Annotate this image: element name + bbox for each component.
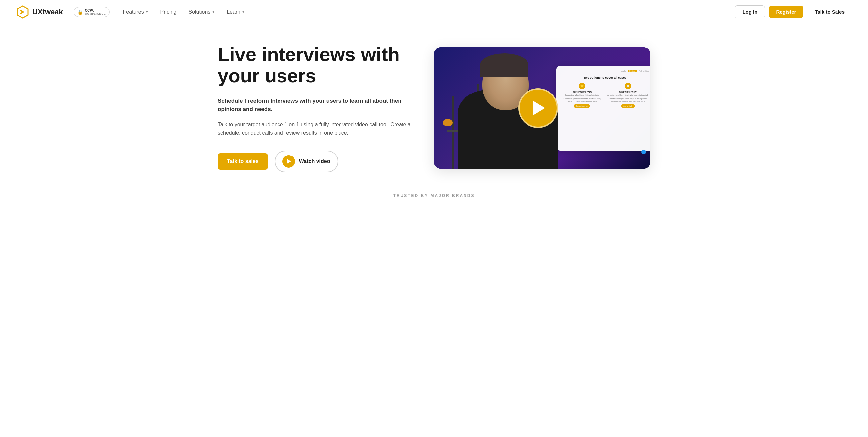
study-icon: 📋 [625,83,631,89]
freeform-label: Freeform Interview [560,91,604,93]
ccpa-badge: 🔒 CCPA COMPLIANCE [73,7,110,17]
ui-panel-col-freeform: ⭐ Freeform Interview Conducting a flexib… [560,83,604,108]
study-label: Study Interview [606,91,650,93]
watch-video-label: Watch video [299,158,330,164]
play-triangle-big-icon [533,101,545,115]
video-play-button[interactable] [518,88,558,128]
hero-left: Live interviews with your users Schedule… [218,44,414,173]
navbar: UXtweak 🔒 CCPA COMPLIANCE Features ▼ Pri… [0,0,868,24]
nav-features[interactable]: Features ▼ [123,9,149,15]
ccpa-label: CCPA [85,9,106,12]
hero-section: Live interviews with your users Schedule… [202,24,666,186]
nav-pricing[interactable]: Pricing [160,9,177,15]
trusted-label: TRUSTED BY MAJOR BRANDS [393,193,475,198]
logo-link[interactable]: UXtweak [16,5,63,19]
hero-buttons: Talk to sales Watch video [218,151,414,173]
ui-panel-overlay: Log In Register Talk to Sales Two option… [556,66,650,151]
study-desc: An option to add an interview to your ex… [606,94,650,97]
freeform-icon: ⭐ [579,83,585,89]
ui-panel-columns: ⭐ Freeform Interview Conducting a flexib… [560,83,650,108]
person-hair [480,53,528,76]
ui-panel-nav-register: Register [628,70,637,72]
ui-panel-nav-talk: Talk to Sales [638,70,650,72]
video-background: Log In Register Talk to Sales Two option… [434,48,650,169]
study-btn[interactable]: Add to study [621,104,634,108]
watch-video-button[interactable]: Watch video [275,151,338,173]
video-thumbnail[interactable]: Log In Register Talk to Sales Two option… [434,48,650,169]
chevron-down-icon: ▼ [242,10,245,13]
freeform-bullets: • Enables all options which can be adjus… [560,98,604,102]
chevron-down-icon: ▼ [145,10,149,13]
ui-panel-nav-login: Log In [620,70,627,72]
talk-to-sales-nav-button[interactable]: Talk to Sales [807,6,852,18]
logo-text: UXtweak [32,8,63,16]
lock-icon: 🔒 [77,9,83,14]
hero-right: Log In Register Talk to Sales Two option… [434,48,650,169]
ui-panel-col-study: 📋 Study Interview An option to add an in… [606,83,650,108]
nav-solutions[interactable]: Solutions ▼ [188,9,215,15]
chevron-down-icon: ▼ [212,10,215,13]
login-button[interactable]: Log In [735,5,765,18]
ccpa-sub: COMPLIANCE [85,12,106,15]
nav-learn[interactable]: Learn ▼ [227,9,245,15]
freeform-btn[interactable]: Create interview [574,104,590,108]
ui-panel-title: Two options to cover all cases [560,76,650,79]
logo-icon [16,5,29,19]
talk-to-sales-button[interactable]: Talk to sales [218,153,268,170]
play-triangle-icon [287,159,291,164]
hero-title: Live interviews with your users [218,44,414,86]
study-bullets: • The responses you collect will go to t… [606,98,650,102]
hero-subtitle: Schedule Freeform Interviews with your u… [218,97,414,114]
freeform-desc: Conducting a flexible on-high-skilled st… [560,94,604,97]
nav-actions: Log In Register Talk to Sales [735,5,852,18]
register-button[interactable]: Register [769,6,803,18]
play-icon [282,155,295,168]
nav-links: Features ▼ Pricing Solutions ▼ Learn ▼ [123,9,735,15]
hero-desc: Talk to your target audience 1 on 1 usin… [218,120,414,137]
trusted-section: TRUSTED BY MAJOR BRANDS [0,186,868,208]
